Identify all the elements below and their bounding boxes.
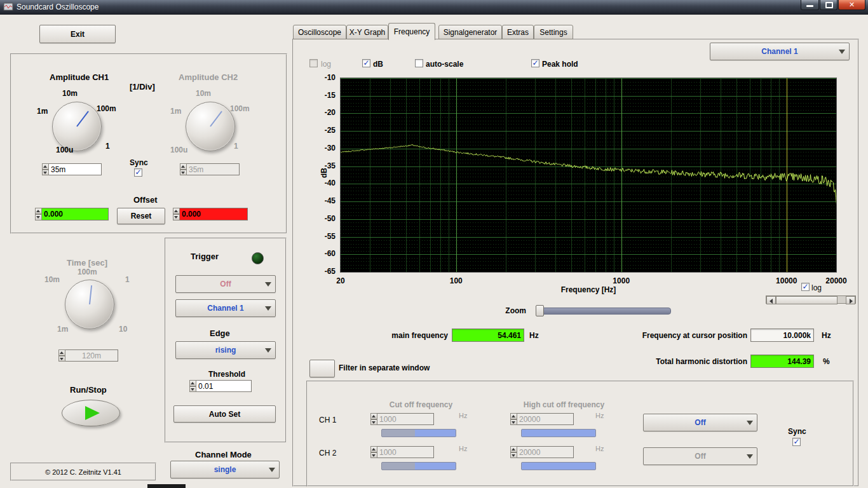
filter-ch2-mode-dropdown[interactable]: Off — [643, 447, 757, 465]
filter-ch1-mode-dropdown[interactable]: Off — [643, 414, 757, 431]
filter-ch1-highcut-spinner[interactable]: 20000 — [510, 413, 574, 425]
channel-mode-dropdown[interactable]: single — [170, 461, 280, 478]
filter-sync-checkbox[interactable] — [792, 438, 801, 446]
offset-ch2-spinner[interactable]: 0.000 — [173, 208, 248, 220]
filter-ch1-highcut-slider[interactable] — [521, 429, 596, 437]
tab-signalgenerator[interactable]: Signalgenerator — [438, 25, 502, 39]
time-spinner[interactable]: 120m — [58, 349, 118, 362]
filter-ch2-cutoff-value[interactable]: 1000 — [377, 446, 434, 458]
offset-ch1-spinner[interactable]: 0.000 — [35, 208, 109, 220]
increment-icon[interactable] — [370, 446, 377, 452]
increment-icon[interactable] — [58, 349, 65, 356]
auto-set-button[interactable]: Auto Set — [173, 405, 276, 423]
decrement-icon[interactable] — [173, 214, 180, 220]
zoom-slider-track[interactable] — [539, 308, 671, 315]
trigger-source-dropdown[interactable]: Channel 1 — [175, 299, 276, 317]
amplitude-ch2-value[interactable]: 35m — [187, 163, 240, 175]
decrement-icon[interactable] — [58, 356, 65, 362]
tab-settings[interactable]: Settings — [534, 25, 573, 39]
filter-ch2-highcut-value[interactable]: 20000 — [517, 446, 574, 458]
knob-tick-label: 1 — [105, 142, 110, 151]
time-value[interactable]: 120m — [65, 349, 118, 362]
filter-ch2-cutoff-spinner[interactable]: 1000 — [370, 446, 434, 458]
chevron-down-icon — [269, 468, 275, 472]
trigger-mode-value: Off — [220, 280, 231, 288]
sync-checkbox[interactable] — [134, 168, 142, 177]
y-axis-tick-label: -25 — [311, 126, 336, 135]
hz-unit-label: Hz — [459, 412, 467, 419]
decrement-icon[interactable] — [370, 419, 377, 426]
filter-window-button[interactable] — [309, 360, 335, 377]
tab-oscilloscope[interactable]: Oscilloscope — [293, 25, 346, 39]
tab-frequency[interactable]: Frequency — [388, 23, 435, 40]
spectrum-scrollbar[interactable] — [766, 295, 856, 304]
amplitude-ch1-knob[interactable] — [52, 102, 102, 151]
offset-ch2-value[interactable]: 0.000 — [180, 208, 248, 220]
amplitude-ch1-spinner[interactable]: 35m — [42, 163, 102, 175]
filter-window-label: Filter in separate window — [339, 363, 430, 372]
spectrum-channel-dropdown[interactable]: Channel 1 — [710, 43, 850, 60]
auto-scale-checkbox[interactable] — [415, 59, 423, 67]
scroll-left-icon[interactable] — [766, 296, 776, 304]
threshold-spinner[interactable]: 0.01 — [189, 380, 252, 392]
run-stop-button[interactable] — [62, 400, 120, 426]
knob-tick-label: 100u — [56, 146, 73, 154]
peak-hold-checkbox[interactable] — [531, 59, 539, 67]
scroll-right-icon[interactable] — [846, 296, 855, 304]
filter-ch2-highcut-slider[interactable] — [521, 462, 596, 470]
spectrum-plot[interactable]: -10-15-20-25-30-35-40-45-50-55-60-652010… — [341, 78, 836, 272]
db-checkbox[interactable] — [362, 59, 370, 67]
scrollbar-thumb[interactable] — [776, 296, 837, 304]
maximize-button[interactable] — [820, 0, 837, 10]
zoom-slider-thumb[interactable] — [536, 305, 544, 316]
decrement-icon[interactable] — [510, 419, 517, 426]
increment-icon[interactable] — [510, 446, 517, 452]
time-knob[interactable] — [65, 280, 114, 329]
increment-icon[interactable] — [173, 208, 180, 214]
filter-ch2-mode-value: Off — [695, 452, 705, 461]
filter-ch2-cutoff-slider[interactable] — [381, 462, 456, 470]
offset-reset-button[interactable]: Reset — [117, 208, 165, 224]
threshold-value[interactable]: 0.01 — [196, 380, 252, 392]
increment-icon[interactable] — [510, 413, 517, 419]
amplitude-ch2-spinner[interactable]: 35m — [180, 163, 240, 175]
increment-icon[interactable] — [180, 163, 187, 170]
increment-icon[interactable] — [42, 163, 49, 170]
increment-icon[interactable] — [189, 380, 196, 386]
decrement-icon[interactable] — [510, 452, 517, 459]
minimize-button[interactable] — [801, 0, 819, 10]
zoom-slider[interactable] — [535, 305, 672, 315]
increment-icon[interactable] — [370, 413, 377, 419]
close-button[interactable]: ✕ — [838, 0, 865, 10]
decrement-icon[interactable] — [370, 452, 377, 459]
tab-extras[interactable]: Extras — [502, 25, 534, 39]
knob-tick-label: 100u — [170, 146, 187, 154]
increment-icon[interactable] — [35, 208, 42, 214]
trigger-mode-dropdown[interactable]: Off — [175, 275, 276, 293]
filter-ch1-highcut-value[interactable]: 20000 — [517, 413, 574, 425]
exit-button[interactable]: Exit — [39, 25, 116, 43]
amplitude-ch2-knob[interactable] — [186, 102, 235, 151]
chevron-down-icon — [747, 421, 753, 425]
highcut-label: High cut off frequency — [508, 400, 620, 409]
trigger-edge-dropdown[interactable]: rising — [175, 341, 276, 359]
decrement-icon[interactable] — [180, 170, 187, 176]
log-y-checkbox[interactable] — [309, 59, 318, 67]
title-bar: Soundcard Oszilloscope ✕ — [0, 0, 868, 15]
decrement-icon[interactable] — [42, 170, 49, 176]
auto-scale-label: auto-scale — [426, 60, 463, 69]
filter-ch1-cutoff-value[interactable]: 1000 — [377, 413, 434, 425]
offset-ch1-value[interactable]: 0.000 — [42, 208, 109, 220]
filter-ch1-cutoff-spinner[interactable]: 1000 — [370, 413, 434, 425]
decrement-icon[interactable] — [189, 386, 196, 393]
play-icon — [85, 406, 100, 420]
decrement-icon[interactable] — [35, 214, 42, 220]
log-x-checkbox[interactable] — [801, 283, 810, 291]
filter-ch1-cutoff-slider[interactable] — [381, 429, 456, 437]
amplitude-ch1-value[interactable]: 35m — [49, 163, 102, 175]
time-title: Time [sec] — [67, 258, 107, 268]
spectrum-canvas[interactable] — [341, 78, 836, 272]
filter-ch2-highcut-spinner[interactable]: 20000 — [510, 446, 574, 458]
tab-xy-graph[interactable]: X-Y Graph — [346, 25, 388, 39]
peak-hold-label: Peak hold — [542, 60, 578, 69]
